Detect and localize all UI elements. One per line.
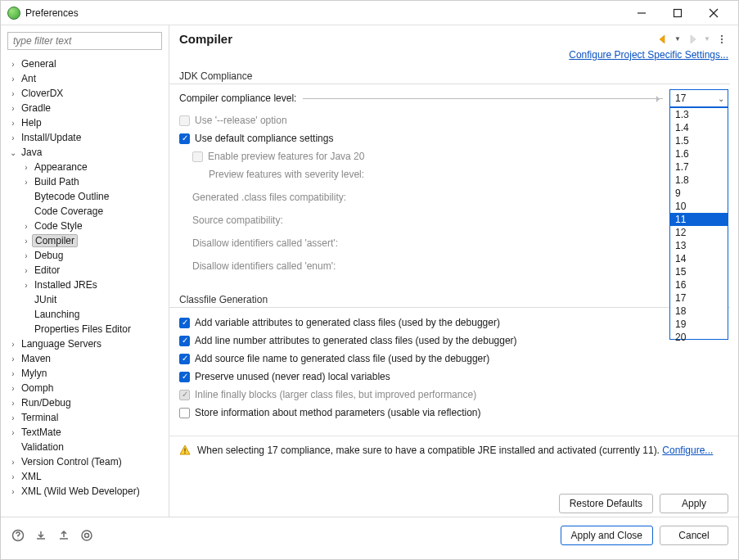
tree-item-general[interactable]: ›General [4,56,165,71]
tree-twisty-icon[interactable]: › [7,60,19,69]
compliance-option-10[interactable]: 10 [670,200,728,213]
tree-item-terminal[interactable]: ›Terminal [4,410,165,425]
tree-item-installed-jres[interactable]: ›Installed JREs [4,278,165,292]
tree-item-junit[interactable]: JUnit [4,292,165,307]
tree-twisty-icon[interactable]: › [7,458,19,467]
tree-twisty-icon[interactable]: › [7,472,19,481]
compliance-option-1-6[interactable]: 1.6 [670,147,728,160]
minimize-button[interactable] [624,2,660,25]
import-icon[interactable] [34,528,48,543]
tree-item-oomph[interactable]: ›Oomph [4,381,165,395]
tree-item-launching[interactable]: Launching [4,307,165,322]
cancel-button[interactable]: Cancel [660,526,728,545]
tree-twisty-icon[interactable]: › [20,222,32,231]
compliance-option-1-4[interactable]: 1.4 [670,121,728,134]
tree-twisty-icon[interactable]: › [7,355,19,364]
compliance-option-1-8[interactable]: 1.8 [670,174,728,187]
compliance-option-13[interactable]: 13 [670,239,728,252]
warning-configure-link[interactable]: Configure... [662,445,713,456]
tree-twisty-icon[interactable]: › [7,399,19,408]
tree-item-code-coverage[interactable]: Code Coverage [4,204,165,219]
tree-item-run-debug[interactable]: ›Run/Debug [4,395,165,410]
compliance-option-15[interactable]: 15 [670,265,728,278]
compliance-option-11[interactable]: 11 [670,213,728,226]
compliance-combo[interactable]: 17 ⌄ [669,89,728,107]
compliance-option-12[interactable]: 12 [670,226,728,239]
tree-twisty-icon[interactable]: › [20,266,32,275]
tree-item-debug[interactable]: ›Debug [4,248,165,263]
tree-item-xml[interactable]: ›XML [4,469,165,484]
help-icon[interactable] [11,528,25,543]
preserve-unused-checkbox[interactable]: ✓ [179,372,190,382]
compliance-option-1-7[interactable]: 1.7 [670,160,728,174]
maximize-button[interactable] [660,2,696,25]
restore-defaults-button[interactable]: Restore Defaults [559,494,653,513]
compliance-option-16[interactable]: 16 [670,278,728,291]
tree-twisty-icon[interactable]: ⌄ [7,148,19,157]
apply-and-close-button[interactable]: Apply and Close [561,526,653,545]
tree-item-xml-wild-web-developer-[interactable]: ›XML (Wild Web Developer) [4,484,165,499]
back-icon[interactable] [656,33,669,46]
tree-twisty-icon[interactable]: › [7,487,19,496]
back-menu-icon[interactable]: ▼ [671,33,684,46]
tree-twisty-icon[interactable]: › [7,413,19,422]
compliance-option-1-3[interactable]: 1.3 [670,108,728,121]
tree-item-ant[interactable]: ›Ant [4,71,165,86]
tree-twisty-icon[interactable]: › [20,251,32,260]
compliance-dropdown[interactable]: 1.31.41.51.61.71.89101112131415161718192… [669,107,728,340]
compliance-option-19[interactable]: 19 [670,318,728,331]
tree-item-bytecode-outline[interactable]: Bytecode Outline [4,189,165,204]
tree-twisty-icon[interactable]: › [7,119,19,128]
add-var-checkbox[interactable]: ✓ [179,318,190,328]
tree-item-gradle[interactable]: ›Gradle [4,101,165,115]
tree-twisty-icon[interactable]: › [7,75,19,84]
use-default-checkbox[interactable]: ✓ [179,133,190,144]
tree-item-install-update[interactable]: ›Install/Update [4,130,165,145]
tree-item-editor[interactable]: ›Editor [4,263,165,278]
tree-twisty-icon[interactable]: › [7,104,19,113]
compliance-option-1-5[interactable]: 1.5 [670,134,728,147]
forward-icon[interactable] [686,33,699,46]
compliance-option-20[interactable]: 20 [670,331,728,344]
tree-item-language-servers[interactable]: ›Language Servers [4,336,165,351]
tree-item-mylyn[interactable]: ›Mylyn [4,366,165,381]
tree-item-validation[interactable]: Validation [4,440,165,454]
add-src-checkbox[interactable]: ✓ [179,354,190,364]
add-line-checkbox[interactable]: ✓ [179,336,190,346]
store-params-checkbox[interactable] [179,408,190,418]
view-menu-icon[interactable] [715,33,728,46]
tree-item-cloverdx[interactable]: ›CloverDX [4,86,165,101]
oomph-icon[interactable] [79,528,94,543]
tree-item-maven[interactable]: ›Maven [4,351,165,366]
filter-input[interactable] [7,32,162,50]
tree-twisty-icon[interactable]: › [7,340,19,349]
tree-twisty-icon[interactable]: › [7,428,19,437]
tree-item-version-control-team-[interactable]: ›Version Control (Team) [4,454,165,469]
tree-twisty-icon[interactable]: › [20,237,32,246]
tree-item-help[interactable]: ›Help [4,115,165,130]
compliance-option-9[interactable]: 9 [670,187,728,200]
tree-twisty-icon[interactable]: › [7,133,19,142]
close-button[interactable] [696,2,732,25]
tree-twisty-icon[interactable]: › [7,369,19,378]
tree-twisty-icon[interactable]: › [20,178,32,187]
configure-project-link[interactable]: Configure Project Specific Settings... [569,49,728,61]
tree-item-textmate[interactable]: ›TextMate [4,425,165,440]
preferences-tree[interactable]: ›General›Ant›CloverDX›Gradle›Help›Instal… [1,56,169,517]
tree-item-appearance[interactable]: ›Appearance [4,160,165,174]
compliance-option-17[interactable]: 17 [670,291,728,305]
tree-item-code-style[interactable]: ›Code Style [4,219,165,233]
apply-button[interactable]: Apply [660,494,728,513]
tree-item-properties-files-editor[interactable]: Properties Files Editor [4,322,165,336]
tree-item-java[interactable]: ⌄Java [4,145,165,160]
compliance-option-18[interactable]: 18 [670,305,728,318]
tree-twisty-icon[interactable]: › [20,163,32,172]
tree-twisty-icon[interactable]: › [20,281,32,290]
export-icon[interactable] [56,528,71,543]
tree-item-build-path[interactable]: ›Build Path [4,174,165,189]
compliance-option-14[interactable]: 14 [670,252,728,265]
forward-menu-icon[interactable]: ▼ [701,33,714,46]
tree-twisty-icon[interactable]: › [7,384,19,393]
tree-item-compiler[interactable]: ›Compiler [4,233,165,248]
tree-twisty-icon[interactable]: › [7,89,19,98]
